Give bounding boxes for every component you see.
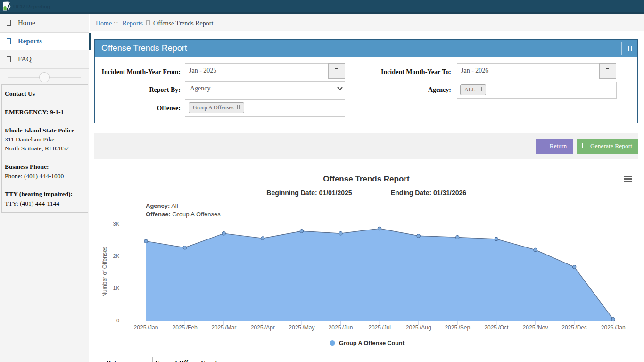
svg-text:Agency: All: Agency: All bbox=[146, 202, 178, 209]
svg-text:2025 /Mar: 2025 /Mar bbox=[211, 324, 236, 331]
svg-text:2025 /Feb: 2025 /Feb bbox=[173, 324, 198, 331]
svg-text:2025 /May: 2025 /May bbox=[289, 324, 314, 331]
svg-text:2025 /Sep: 2025 /Sep bbox=[445, 324, 470, 331]
svg-text:1K: 1K bbox=[113, 285, 120, 291]
svg-text:Offense: Group A Offenses: Offense: Group A Offenses bbox=[146, 211, 221, 218]
svg-text:Number of Offenses: Number of Offenses bbox=[101, 246, 108, 296]
svg-text:2026 /Jan: 2026 /Jan bbox=[601, 324, 626, 331]
svg-text:2025 /Jul: 2025 /Jul bbox=[368, 324, 391, 331]
svg-text:2025 /Jan: 2025 /Jan bbox=[134, 324, 158, 331]
svg-text:2025 /Nov: 2025 /Nov bbox=[523, 324, 548, 331]
svg-text:2025 /Dec: 2025 /Dec bbox=[561, 324, 587, 331]
svg-text:Group A Offense Count: Group A Offense Count bbox=[339, 340, 405, 346]
svg-text:2K: 2K bbox=[113, 253, 120, 259]
svg-text:2025 /Oct: 2025 /Oct bbox=[484, 324, 509, 331]
svg-text:Beginning Date: 01/01/2025: Beginning Date: 01/01/2025 bbox=[266, 189, 352, 197]
svg-text:Ending Date: 01/31/2026: Ending Date: 01/31/2026 bbox=[391, 189, 467, 197]
svg-text:2025 /Aug: 2025 /Aug bbox=[406, 324, 431, 331]
svg-text:3K: 3K bbox=[113, 221, 120, 227]
svg-text:2025 /Apr: 2025 /Apr bbox=[251, 324, 275, 331]
svg-text:Offense Trends Report: Offense Trends Report bbox=[323, 174, 410, 183]
svg-text:2025 /Jun: 2025 /Jun bbox=[329, 324, 353, 331]
svg-text:0: 0 bbox=[116, 318, 119, 323]
